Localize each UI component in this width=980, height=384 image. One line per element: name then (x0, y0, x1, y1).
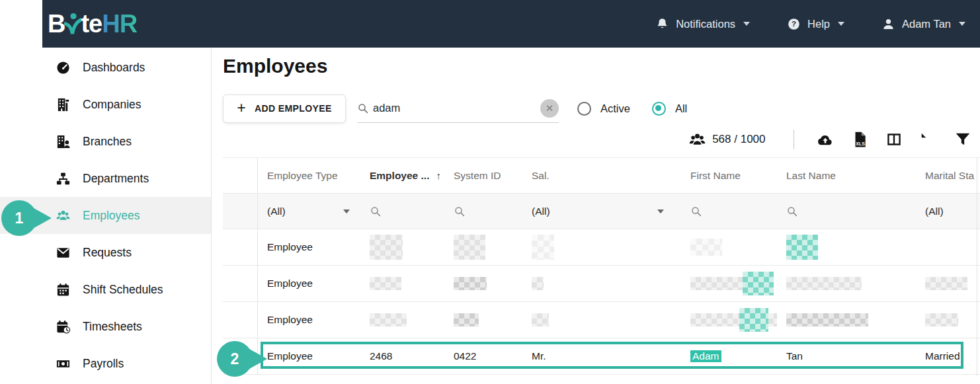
calendar-clock-icon (56, 319, 71, 334)
logo-text-hr: HR (102, 11, 137, 36)
sidebar-item-label: Dashboards (83, 61, 145, 75)
banknote-icon (56, 356, 71, 371)
logo-text-te: te (81, 11, 102, 36)
sidebar-item-employees[interactable]: Employees (0, 197, 211, 234)
search-icon (786, 206, 798, 217)
sidebar-item-shift-schedules[interactable]: Shift Schedules (0, 271, 211, 308)
table-cell (444, 266, 522, 301)
sidebar-item-dashboards[interactable]: Dashboards (0, 49, 211, 86)
redacted-data-block (370, 277, 401, 290)
radio-label: All (675, 102, 687, 115)
filter-search-input[interactable] (777, 194, 916, 229)
radio-circle (577, 102, 591, 116)
upload-cloud-button[interactable] (817, 131, 834, 148)
table-cell: 0422 (444, 338, 522, 374)
search-icon (357, 102, 369, 114)
column-header-last-name[interactable]: Last Name (777, 158, 916, 193)
sidebar-item-requests[interactable]: Requests (0, 234, 211, 271)
filter-button[interactable] (954, 131, 971, 148)
table-cell (674, 302, 777, 338)
search-input[interactable] (373, 102, 540, 114)
filter-search-input[interactable] (444, 194, 522, 229)
column-header-employee[interactable]: Employee ...↑ (360, 158, 444, 193)
chevron-down-icon (838, 22, 844, 26)
calendar-icon (56, 282, 71, 297)
user-menu[interactable]: Adam Tan (881, 17, 965, 31)
sidebar-item-timesheets[interactable]: Timesheets (0, 308, 211, 345)
redacted-data-block (690, 277, 743, 290)
notifications-menu[interactable]: Notifications (655, 17, 750, 31)
table-cell (223, 229, 258, 265)
column-chooser-button[interactable] (885, 131, 903, 148)
redacted-data-block (786, 277, 862, 290)
radio-active[interactable]: Active (577, 102, 630, 116)
table-cell (522, 229, 674, 265)
logo-text-b: B (48, 11, 65, 36)
search-icon (690, 206, 702, 217)
export-xls-button[interactable] (851, 131, 868, 148)
column-header-sal[interactable]: Sal. (522, 158, 674, 193)
filter-select[interactable]: (All) (916, 194, 980, 229)
logo-person-icon (64, 13, 81, 36)
table-cell (777, 229, 916, 265)
sidebar-item-label: Timesheets (83, 320, 142, 334)
help-label: Help (807, 18, 830, 30)
sidebar-item-departments[interactable]: Departments (0, 160, 211, 197)
sidebar-item-label: Employees (83, 209, 140, 223)
sidebar-item-payrolls[interactable]: Payrolls (0, 345, 211, 382)
add-employee-button[interactable]: + ADD EMPLOYEE (223, 95, 346, 123)
table-cell (916, 302, 980, 338)
plus-icon: + (237, 100, 246, 116)
table-cell: Married (916, 338, 980, 374)
search-icon (370, 206, 382, 217)
table-row[interactable]: Employee (223, 266, 980, 302)
table-row[interactable]: Employee (223, 229, 980, 266)
user-icon (881, 17, 895, 31)
refresh-button[interactable] (920, 131, 937, 148)
table-row-highlighted[interactable]: Employee24680422Mr.AdamTanMarried (223, 338, 980, 375)
help-icon (787, 17, 801, 31)
building-user-icon (56, 134, 71, 149)
table-cell (916, 229, 980, 265)
redacted-data-block (532, 277, 544, 290)
column-header-marital-sta[interactable]: Marital Sta (916, 158, 980, 193)
redacted-data-block (532, 313, 549, 326)
redacted-data-block (532, 235, 554, 260)
filter-search-input[interactable] (360, 194, 444, 229)
building-icon (56, 97, 71, 112)
table-cell (444, 302, 522, 338)
radio-circle (652, 102, 666, 116)
table-cell: Employee (258, 266, 360, 301)
filter-select[interactable]: (All) (522, 194, 674, 229)
filter-select[interactable]: (All) (258, 194, 360, 229)
filter-icon (954, 131, 971, 148)
table-cell (360, 302, 444, 338)
sidebar-item-label: Payrolls (83, 357, 124, 371)
add-employee-label: ADD EMPLOYEE (255, 103, 332, 114)
radio-all[interactable]: All (652, 102, 687, 116)
redacted-data-block (786, 235, 818, 260)
sidebar-item-branches[interactable]: Branches (0, 123, 211, 160)
table-row[interactable]: Employee (223, 302, 980, 338)
column-header-first-name[interactable]: First Name (674, 158, 777, 193)
top-bar: BteHR Notifications Help Adam Tan (42, 0, 980, 48)
clear-search-button[interactable]: ✕ (540, 99, 559, 118)
sidebar-item-companies[interactable]: Companies (0, 86, 211, 123)
redacted-data-block (743, 272, 774, 295)
chevron-down-icon (657, 210, 664, 213)
help-menu[interactable]: Help (787, 17, 844, 31)
column-header-employee-type[interactable]: Employee Type (258, 158, 360, 193)
org-chart-icon (56, 171, 71, 186)
redacted-data-block (454, 277, 487, 290)
redacted-data-block (925, 277, 967, 290)
redacted-data-block (768, 313, 777, 326)
filter-search-input[interactable] (674, 194, 777, 229)
search-box: ✕ (357, 95, 559, 123)
table-cell (777, 266, 916, 301)
table-cell (522, 302, 674, 338)
column-header-system-id[interactable]: System ID (444, 158, 522, 193)
table-cell: Adam (674, 338, 777, 374)
table-cell: Employee (258, 338, 360, 374)
table-edge-line (977, 158, 977, 376)
search-match-highlight: Adam (690, 350, 721, 362)
